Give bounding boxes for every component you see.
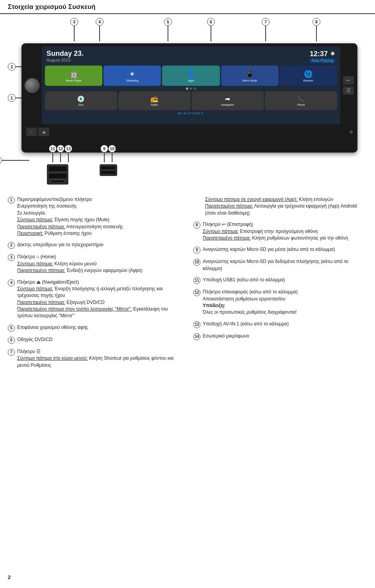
mirror-icon: 📱	[245, 70, 254, 78]
desc-text-1: Περιστρεφόμενο/πιεζόμενο πλήκτρο Ενεργοπ…	[17, 196, 182, 237]
desc-text-6: Οδηγός DVD/CD	[17, 336, 182, 343]
num-circle-4: 4	[96, 18, 104, 26]
line-8	[316, 26, 317, 41]
screen-icons-row2: 💿 Disc 📻 Radio ➡ Navig	[42, 91, 340, 111]
nav-eject-btn[interactable]: ⏏	[38, 128, 49, 136]
desc-col-left: 1 Περιστρεφόμενο/πιεζόμενο πλήκτρο Ενεργ…	[8, 196, 182, 373]
desc-num-5: 5	[8, 325, 15, 332]
disc-label: Disc	[79, 103, 84, 106]
desc-text-7-cont: Σύντομο πάτημα σε ενεργή εφαρμογή (App):…	[205, 196, 367, 217]
desc-item-5: 5 Επιφάνεια χειρισμού οθόνης αφής	[8, 324, 182, 332]
num-13-wrap: 13	[64, 145, 72, 162]
desc-num-12: 12	[193, 289, 200, 296]
desc-col-right: Σύντομο πάτημα σε ενεργή εφαρμογή (App):…	[193, 196, 367, 373]
right-sd-unit: 9 10	[100, 164, 117, 185]
desc-num-9: 9	[193, 247, 200, 254]
desc-item-11: 11 Υποδοχή USB1 (κάτω από το κάλυμμα)	[193, 277, 367, 284]
num-circle-12: 12	[57, 145, 64, 153]
radio-btn[interactable]: 📻 Radio	[118, 91, 191, 110]
browser-btn[interactable]: 🌐 Browser	[280, 66, 337, 86]
apps-icon: 👤	[187, 70, 195, 78]
desc-item-12: 12 Πλήκτρο επαναφοράς (κάτω από το κάλυμ…	[193, 289, 367, 316]
desc-text-2: Δέκτης υπερύθρων για το τηλεχειριστήριο	[17, 242, 182, 248]
page-wrapper: Στοιχεία χειρισμού Συσκευή 3 4 5	[0, 0, 375, 381]
apps-btn[interactable]: 👤 Apps	[162, 66, 220, 86]
num-circle-10: 10	[108, 145, 116, 153]
streaming-label: Streaming	[126, 79, 139, 82]
menu-btn[interactable]: ☰	[343, 86, 354, 95]
num-10-wrap: 10	[108, 145, 116, 162]
screen-date: Sunday 23. August 2015	[46, 50, 84, 62]
callout-5: 5	[164, 18, 172, 41]
desc-text-4: Πλήκτρο ⏏ (Navigation/Eject) Σύντομο πάτ…	[17, 279, 182, 320]
num-circle-5: 5	[164, 18, 172, 26]
desc-num-8: 8	[193, 222, 200, 229]
micro-port	[51, 180, 64, 183]
descriptions-section: 1 Περιστρεφόμενο/πιεζόμενο πλήκτρο Ενεργ…	[8, 196, 367, 373]
desc-item-13: 13 Υποδοχή AV-IN-1 (κάτω από το κάλυμμα)	[193, 321, 367, 328]
right-buttons: ↩ ☰	[343, 76, 354, 95]
disc-icon: 💿	[77, 95, 85, 103]
mirror-mode-btn[interactable]: 📱 Mirror Mode	[221, 66, 279, 86]
page-number: 2	[8, 574, 11, 580]
label-home-long: Παρατεταμένο πάτημα:	[17, 268, 65, 273]
dot-3	[194, 87, 196, 90]
label-shortcut: Σύντομο πάτημα στο κύριο μενού:	[17, 355, 88, 361]
desc-item-4: 4 Πλήκτρο ⏏ (Navigation/Eject) Σύντομο π…	[8, 279, 182, 320]
label-mirror-exit: Παρατεταμένο πάτημα στον τρόπο λειτουργί…	[17, 306, 132, 312]
desc-item-3: 3 Πλήκτρο ⌂ (Home) Σύντομο πάτημα: Κλήση…	[8, 254, 182, 274]
phone-btn[interactable]: 📞 Phone	[265, 91, 337, 110]
num-circle-1: 1	[8, 94, 16, 102]
streaming-btn[interactable]: ✴ Streaming	[104, 66, 161, 86]
callout-4: 4	[96, 18, 104, 41]
back-btn[interactable]: ↩	[343, 76, 354, 85]
desc-num-11: 11	[193, 277, 200, 284]
disc-btn[interactable]: 💿 Disc	[45, 91, 117, 110]
car-radio: Sunday 23. August 2015 12:37 ✴ Now Playi…	[21, 43, 357, 153]
num-12-wrap: 12	[57, 145, 64, 162]
callout-3: 3	[70, 18, 78, 41]
line-10	[112, 153, 112, 162]
desc-item-9: 9 Αναγνώστης καρτών Micro-SD για μέσα (κ…	[193, 246, 367, 254]
desc-text-9: Αναγνώστης καρτών Micro-SD για μέσα (κάτ…	[203, 246, 367, 253]
music-player-btn[interactable]: 🤖 Music Player	[45, 66, 102, 86]
desc-text-13: Υποδοχή AV-IN-1 (κάτω από το κάλυμμα)	[203, 321, 367, 327]
label-back-long: Παρατεταμένο πάτημα:	[203, 235, 251, 241]
bluetooth-icon: ✴	[129, 70, 135, 78]
dot-1	[186, 87, 188, 90]
num-circle-6: 6	[207, 18, 215, 26]
callout-8: 8	[312, 18, 320, 41]
num-circle-13: 13	[64, 145, 72, 153]
num-circle-2: 2	[8, 63, 16, 71]
label-nav-long: Παρατεταμένο πάτημα:	[17, 300, 65, 305]
label-volume: Περιστροφή:	[17, 231, 43, 236]
navigation-btn[interactable]: ➡ Navigation	[192, 91, 264, 110]
desc-item-7: 7 Πλήκτρο ☰ Σύντομο πάτημα στο κύριο μεν…	[8, 348, 182, 369]
navigation-icon: ➡	[225, 95, 230, 103]
radio-icon: 📻	[150, 95, 158, 103]
sd-slot-1	[101, 166, 116, 170]
screen-time-area: 12:37 ✴ Now Playing	[309, 50, 336, 63]
line-14	[2, 160, 29, 161]
phone-icon: 📞	[297, 95, 305, 103]
radio-area: 2 1	[8, 43, 359, 153]
home-btn[interactable]: ⌂	[26, 128, 37, 136]
usb-port-1	[48, 166, 67, 172]
apps-label: Apps	[188, 79, 194, 82]
left-bottom-controls: ⌂ ⏏	[26, 128, 49, 136]
top-callouts: 3 4 5 6	[20, 18, 355, 43]
line-5	[168, 26, 168, 41]
desc-num-1: 1	[8, 197, 15, 204]
music-player-label: Music Player	[66, 79, 82, 82]
line-9	[104, 153, 105, 162]
diagram-section: 3 4 5 6	[8, 18, 367, 185]
desc-num-2: 2	[8, 242, 15, 249]
label-home-short: Σύντομο πάτημα:	[17, 261, 53, 266]
volume-knob[interactable]	[25, 78, 39, 93]
dot-2	[190, 87, 192, 90]
label-back-short: Σύντομο πάτημα:	[203, 229, 239, 234]
main-content: 3 4 5 6	[0, 18, 375, 381]
desc-num-3: 3	[8, 254, 15, 261]
brand-label: BLAUPUNKT	[42, 111, 340, 116]
num-circle-11: 11	[49, 145, 57, 153]
